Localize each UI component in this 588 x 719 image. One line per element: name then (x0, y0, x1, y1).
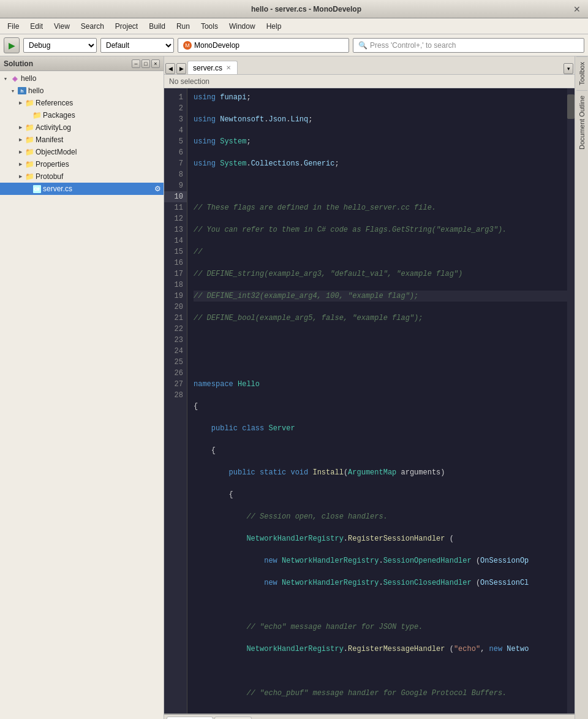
tree-item-objectmodel[interactable]: 📁 ObjectModel (0, 146, 164, 158)
linenum-17: 17 (164, 268, 187, 280)
tab-close-server-cs[interactable]: ✕ (225, 64, 232, 72)
bottom-panel: ⊘ Errors ✕ ✓ Tasks ⊗ 0 Errors (164, 713, 575, 719)
sidebar: Solution – □ × ◈ hello h hello (0, 56, 164, 719)
title-bar: hello - server.cs - MonoDevelop ✕ (0, 0, 588, 18)
tree-item-packages[interactable]: 📁 Packages (0, 109, 164, 121)
editor-area: ◀ ▶ server.cs ✕ ▾ No selection 1 2 3 4 (164, 56, 575, 719)
menu-item-file[interactable]: File (2, 21, 24, 32)
menu-item-build[interactable]: Build (144, 21, 170, 32)
bottom-tabs-bar: ⊘ Errors ✕ ✓ Tasks (164, 715, 575, 719)
tree-item-manifest[interactable]: 📁 Manifest (0, 134, 164, 146)
run-button[interactable]: ▶ (4, 37, 20, 53)
linenum-7: 7 (164, 158, 187, 169)
linenum-20: 20 (164, 302, 187, 313)
menu-item-search[interactable]: Search (76, 21, 109, 32)
tree-item-solution[interactable]: ◈ hello (0, 72, 164, 85)
protobuf-label: Protobuf (36, 172, 63, 181)
tree-item-references[interactable]: 📁 References (0, 97, 164, 109)
vertical-scrollbar[interactable] (567, 88, 575, 713)
linenum-1: 1 (164, 92, 187, 103)
tab-nav-forward[interactable]: ▶ (176, 63, 186, 74)
linenum-16: 16 (164, 257, 187, 268)
menu-item-view[interactable]: View (49, 21, 75, 32)
line-numbers: 1 2 3 4 5 6 7 8 9 10 11 12 13 14 15 16 1 (164, 88, 187, 713)
activitylog-folder-icon: 📁 (24, 123, 34, 132)
tasks-tab[interactable]: ✓ Tasks (214, 717, 252, 720)
linenum-18: 18 (164, 280, 187, 291)
monodevelop-button[interactable]: M MonoDevelop (178, 38, 349, 53)
tree-item-properties[interactable]: 📁 Properties (0, 158, 164, 170)
packages-label: Packages (43, 111, 75, 120)
tree-item-project[interactable]: h hello (0, 85, 164, 97)
menu-item-edit[interactable]: Edit (25, 21, 48, 32)
linenum-4: 4 (164, 125, 187, 136)
objectmodel-folder-icon: 📁 (24, 148, 34, 156)
menu-item-tools[interactable]: Tools (196, 21, 223, 32)
packages-folder-icon: 📁 (32, 111, 42, 120)
expand-arrow-references (17, 100, 23, 106)
expand-arrow-activitylog (17, 124, 23, 131)
file-settings-icon[interactable]: ⚙ (154, 185, 161, 193)
expand-arrow-solution (2, 75, 9, 82)
tree-item-activitylog[interactable]: 📁 ActivityLog (0, 121, 164, 134)
linenum-22: 22 (164, 324, 187, 335)
tab-nav-back[interactable]: ◀ (165, 63, 175, 74)
sidebar-header: Solution – □ × (0, 56, 164, 71)
linenum-21: 21 (164, 313, 187, 324)
code-editor[interactable]: 1 2 3 4 5 6 7 8 9 10 11 12 13 14 15 16 1 (164, 88, 575, 713)
search-placeholder: Press 'Control+,' to search (370, 41, 456, 50)
sidebar-close-button[interactable]: × (151, 59, 160, 68)
linenum-25: 25 (164, 357, 187, 368)
menu-item-run[interactable]: Run (172, 21, 195, 32)
scrollbar-thumb[interactable] (567, 94, 575, 119)
menu-item-window[interactable]: Window (224, 21, 260, 32)
tree-item-protobuf[interactable]: 📁 Protobuf (0, 170, 164, 183)
config-dropdown[interactable]: Default (100, 38, 174, 53)
document-outline-tab[interactable]: Document Outline (576, 90, 587, 154)
linenum-13: 13 (164, 224, 187, 235)
activitylog-label: ActivityLog (36, 123, 71, 132)
tab-dropdown-button[interactable]: ▾ (564, 63, 573, 74)
expand-arrow-packages (24, 112, 31, 118)
project-icon: h (17, 86, 27, 95)
search-icon: 🔍 (358, 41, 368, 50)
toolbox-tab[interactable]: Toolbox (576, 56, 587, 90)
window-title: hello - server.cs - MonoDevelop (42, 5, 571, 13)
window-close-button[interactable]: ✕ (571, 4, 583, 14)
tab-bar: ◀ ▶ server.cs ✕ ▾ (164, 56, 575, 75)
menu-item-project[interactable]: Project (110, 21, 143, 32)
global-search-box[interactable]: 🔍 Press 'Control+,' to search (353, 38, 584, 53)
main-area: Solution – □ × ◈ hello h hello (0, 56, 588, 719)
linenum-2: 2 (164, 103, 187, 114)
expand-arrow-protobuf (17, 173, 23, 180)
linenum-15: 15 (164, 246, 187, 257)
linenum-10: 10 (164, 191, 187, 202)
right-panel: Toolbox Document Outline ◀ ▶ server.cs ✕… (164, 56, 588, 719)
menu-item-help[interactable]: Help (262, 21, 287, 32)
debug-dropdown[interactable]: Debug (23, 38, 97, 53)
errors-tab[interactable]: ⊘ Errors ✕ (167, 717, 213, 720)
code-content[interactable]: using funapi; using Newtonsoft.Json.Linq… (187, 88, 575, 713)
solution-label: hello (21, 74, 36, 83)
toolbar: ▶ Debug Default M MonoDevelop 🔍 Press 'C… (0, 34, 588, 56)
linenum-14: 14 (164, 235, 187, 246)
solution-icon: ◈ (10, 74, 20, 83)
linenum-8: 8 (164, 169, 187, 180)
editor-tab-server-cs[interactable]: server.cs ✕ (187, 61, 238, 74)
linenum-27: 27 (164, 379, 187, 390)
tree-item-server-cs[interactable]: C# server.cs ⚙ (0, 183, 164, 195)
monodevelop-icon: M (183, 41, 192, 50)
sidebar-controls: – □ × (132, 59, 160, 68)
side-tabs: Toolbox Document Outline (575, 56, 588, 719)
linenum-12: 12 (164, 213, 187, 224)
properties-label: Properties (36, 160, 69, 169)
solution-tree: ◈ hello h hello 📁 References 📁 Packages (0, 71, 164, 719)
selection-label: No selection (169, 77, 209, 86)
selection-bar: No selection (164, 75, 575, 88)
menu-bar: FileEditViewSearchProjectBuildRunToolsWi… (0, 18, 588, 34)
sidebar-maximize-button[interactable]: □ (141, 59, 150, 68)
sidebar-minimize-button[interactable]: – (132, 59, 140, 68)
expand-arrow-objectmodel (17, 149, 23, 155)
expand-arrow-properties (17, 161, 23, 167)
linenum-6: 6 (164, 147, 187, 158)
